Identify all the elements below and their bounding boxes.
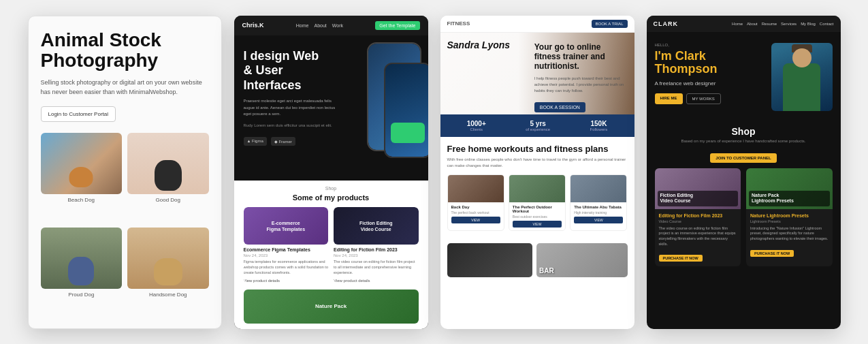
proud-dog-label: Proud Dog <box>41 292 123 298</box>
card3-bottom-images: BAR <box>440 243 634 284</box>
fiction-product-info: Editing for Fiction Film 2023 Video Cour… <box>655 209 741 267</box>
fiction-date: Nov 24, 2023 <box>334 253 419 257</box>
ecommerce-date: Nov 24, 2023 <box>244 253 329 257</box>
nav-home[interactable]: Home <box>732 22 743 26</box>
hero-desc: I help fitness people push toward their … <box>534 76 628 94</box>
tabata-workout-button[interactable]: VIEW <box>574 217 623 223</box>
figma-badge: ▲ Figma <box>244 137 267 146</box>
card-web-design: Chris.K Home About Work Get the Template… <box>234 16 428 329</box>
shop-label: Shop <box>244 186 419 191</box>
phone-card-element <box>391 123 425 143</box>
nature-overlay: Nature PackLightroom Presets <box>749 191 830 206</box>
nav-blog[interactable]: My Blog <box>801 22 816 26</box>
back-workout-image <box>448 175 504 202</box>
outdoor-workout-sub: Best outdoor exercises <box>513 215 562 219</box>
nature-pack-label: Nature Pack <box>315 303 347 309</box>
workout-tabata: The Ultimate Abu Tabata High intensity t… <box>570 174 627 231</box>
card-animal-photography: Animal Stock Photography Selling stock p… <box>28 16 222 329</box>
phone-inner <box>384 63 428 158</box>
free-section-desc: With free online classes people who don'… <box>447 157 628 169</box>
tabata-workout-image <box>570 175 626 202</box>
stat-exp-num: 5 yrs <box>526 120 550 127</box>
my-works-button[interactable]: MY WORKS <box>686 93 721 104</box>
hero-subtitle: A freelance web designer <box>655 80 771 87</box>
good-dog-label: Good Dog <box>127 197 209 203</box>
join-customer-panel-button[interactable]: JOIN TO CUSTOMER PANEL <box>710 153 776 163</box>
workout-outdoor: The Perfect Outdoor Workout Best outdoor… <box>509 174 566 231</box>
clark-product-fiction: Fiction EditingVideo Course Editing for … <box>655 168 741 267</box>
fiction-product-label: Fiction EditingVideo Course <box>357 217 396 235</box>
fiction-purchase-button[interactable]: PURCHASE IT NOW <box>659 255 703 262</box>
nav-resume[interactable]: Resume <box>762 22 777 26</box>
fiction-product-desc: The video course on editing for fiction … <box>659 226 737 247</box>
ecommerce-product-label: E-commerceFigma Templates <box>263 217 308 235</box>
outdoor-workout-image <box>509 175 565 202</box>
back-workout-button[interactable]: VIEW <box>451 217 500 223</box>
hire-me-button[interactable]: HIRE ME <box>655 93 683 104</box>
card2-navbar: Chris.K Home About Work Get the Template <box>234 16 428 35</box>
nav-contact[interactable]: Contact <box>820 22 834 26</box>
hero-body: Praesent molestie eget arci eget malesua… <box>244 98 340 118</box>
avatar-figure <box>771 43 833 111</box>
nature-product-type: Lightroom Presets <box>750 219 829 223</box>
clark-avatar <box>771 43 833 111</box>
hero-title: Your go to online fitness trainer and nu… <box>534 42 628 72</box>
avatar-body <box>783 63 820 111</box>
framer-badge: ◆ Framer <box>271 137 295 146</box>
tabata-workout-sub: High intensity training <box>574 210 623 215</box>
nav-work[interactable]: Work <box>332 23 343 28</box>
fiction-product-image: Fiction EditingVideo Course <box>334 207 419 245</box>
bottom-bar-image: BAR <box>536 243 628 277</box>
proud-dog-wrap: Proud Dog <box>41 228 123 317</box>
book-session-button[interactable]: BOOK A SESSION <box>534 102 585 112</box>
fiction-link[interactable]: View product details <box>334 279 419 283</box>
clark-product-nature: Nature PackLightroom Presets Nature Ligh… <box>746 168 833 267</box>
handsome-dog-wrap: Handsome Dog <box>127 228 209 317</box>
login-customer-portal-button[interactable]: Login to Customer Portal <box>41 106 116 122</box>
card3-logo: FITNESS <box>447 20 470 27</box>
ecommerce-product-image: E-commerceFigma Templates <box>244 207 329 245</box>
hero-buttons: HIRE ME MY WORKS <box>655 93 771 104</box>
good-dog-photo <box>127 133 209 194</box>
photo-grid: Beach Dog Good Dog Proud Dog Handsome Do… <box>41 133 209 317</box>
hero-sub: Rudy Lorem sem duis efficitur una suscip… <box>244 123 340 127</box>
products-grid: E-commerceFigma Templates Ecommerce Figm… <box>244 207 419 282</box>
nav-home[interactable]: Home <box>296 23 309 28</box>
fiction-overlay-title: Fiction EditingVideo Course <box>660 193 736 204</box>
phone-mockup-group <box>353 42 428 178</box>
ecommerce-link[interactable]: View product details <box>244 279 329 283</box>
card4-nav-links: Home About Resume Services My Blog Conta… <box>732 22 833 26</box>
fiction-desc: The video course on editing for fiction … <box>334 260 419 275</box>
hero-text: HELLO, I'm Clark Thompson A freelance we… <box>655 43 771 111</box>
card4-navbar: CLARK Home About Resume Services My Blog… <box>647 16 841 32</box>
stat-followers-num: 150K <box>590 120 608 127</box>
stat-followers-label: Followers <box>590 127 608 131</box>
stat-experience: 5 yrs of experience <box>526 120 550 131</box>
nav-about[interactable]: About <box>747 22 758 26</box>
card-clark-thompson: CLARK Home About Resume Services My Blog… <box>647 16 841 329</box>
back-workout-title: Back Day <box>451 205 500 209</box>
nav-about[interactable]: About <box>315 23 327 28</box>
workout-back: Back Day The perfect back workout VIEW <box>447 174 504 231</box>
ecommerce-desc: Figma templates for ecommerce applicatio… <box>244 260 329 275</box>
workout-cards: Back Day The perfect back workout VIEW T… <box>447 174 628 231</box>
fiction-product-name: Editing for Fiction Film 2023 <box>659 213 737 218</box>
nature-product-name: Nature Lightroom Presets <box>750 213 829 218</box>
outdoor-workout-button[interactable]: VIEW <box>513 221 562 228</box>
stat-clients-label: Clients <box>467 127 486 131</box>
free-workouts-section: Free home workouts and fitness plans Wit… <box>440 137 634 243</box>
hero-name: I'm Clark Thompson <box>655 50 771 77</box>
handsome-dog-label: Handsome Dog <box>127 292 209 298</box>
stat-clients: 1000+ Clients <box>467 120 486 131</box>
get-template-button[interactable]: Get the Template <box>375 21 419 30</box>
bar-text: BAR <box>539 267 554 275</box>
product-ecommerce: E-commerceFigma Templates Ecommerce Figm… <box>244 207 329 282</box>
nav-services[interactable]: Services <box>781 22 797 26</box>
beach-dog-wrap: Beach Dog <box>41 133 123 222</box>
handsome-dog-photo <box>127 228 209 289</box>
book-trial-button[interactable]: BOOK A TRIAL <box>592 20 628 28</box>
nature-product-info: Nature Lightroom Presets Lightroom Prese… <box>746 209 833 262</box>
card2-hero: I design Web& User Interfaces Praesent m… <box>234 35 428 181</box>
good-dog-wrap: Good Dog <box>127 133 209 222</box>
nature-purchase-button[interactable]: PURCHASE IT NOW <box>750 250 794 257</box>
